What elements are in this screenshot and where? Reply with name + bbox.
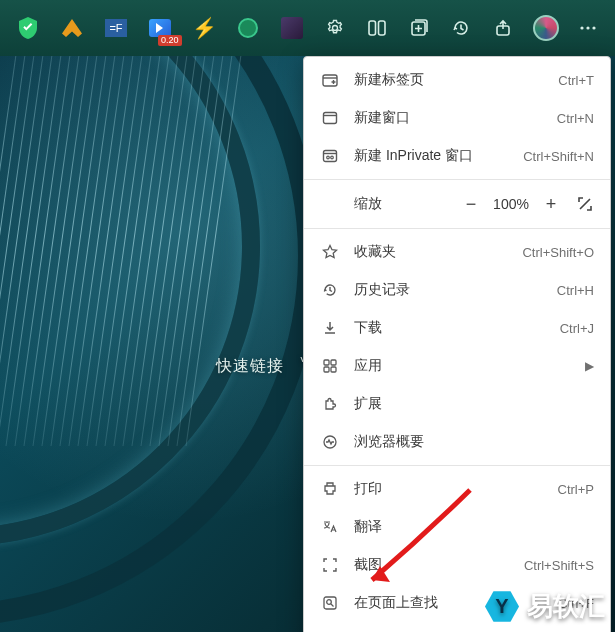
menu-item-accel: Ctrl+P [558,482,594,497]
zoom-percentage: 100% [488,196,534,212]
gear-outline-icon [325,18,345,38]
svg-rect-13 [324,360,329,365]
ext-fox-button[interactable] [50,6,94,50]
toolbar-settings-button[interactable] [314,6,356,50]
menu-screenshot[interactable]: 截图 Ctrl+Shift+S [304,546,610,584]
menu-separator [304,465,610,466]
svg-point-7 [592,26,595,29]
toolbar-history-button[interactable] [440,6,482,50]
menu-print[interactable]: 打印 Ctrl+P [304,470,610,508]
toolbar-more-button[interactable] [567,6,609,50]
clock-icon [318,282,342,298]
svg-rect-16 [331,367,336,372]
menu-translate[interactable]: 翻译 [304,508,610,546]
ext-play-button[interactable]: 0.20 [138,6,182,50]
menu-item-label: 新建标签页 [342,71,558,89]
zoom-out-button[interactable]: − [454,189,488,219]
shield-icon [17,17,39,39]
ext-avatar-button[interactable] [270,6,314,50]
play-badge: 0.20 [158,35,182,46]
svg-rect-15 [324,367,329,372]
menu-item-label: 浏览器概要 [342,433,594,451]
harp-artwork [0,56,320,632]
menu-item-label: 新建 InPrivate 窗口 [342,147,523,165]
watermark: Y 易软汇 [485,589,605,624]
menu-new-inprivate[interactable]: 新建 InPrivate 窗口 Ctrl+Shift+N [304,137,610,175]
menu-item-accel: Ctrl+Shift+O [522,245,594,260]
menu-item-label: 历史记录 [342,281,557,299]
download-icon [318,320,342,336]
find-icon [318,595,342,611]
screenshot-icon [318,557,342,573]
star-icon [318,244,342,260]
zoom-in-button[interactable]: + [534,189,568,219]
profile-avatar-icon [533,15,559,41]
menu-item-label: 应用 [342,357,585,375]
printer-icon [318,481,342,497]
menu-item-label: 下载 [342,319,560,337]
menu-item-label: 收藏夹 [342,243,522,261]
zoom-label: 缩放 [342,195,454,213]
watermark-text: 易软汇 [527,589,605,624]
svg-point-12 [331,156,334,159]
ext-green-button[interactable] [226,6,270,50]
fullscreen-icon [577,196,593,212]
watermark-logo-icon: Y [485,590,519,624]
ellipsis-icon [579,19,597,37]
menu-separator [304,179,610,180]
menu-zoom-row: 缩放 − 100% + [304,184,610,224]
ext-equals-button[interactable]: =F [94,6,138,50]
translate-icon [318,519,342,535]
collections-icon [409,18,429,38]
toolbar-share-button[interactable] [483,6,525,50]
menu-item-label: 截图 [342,556,524,574]
ext-shield-button[interactable] [6,6,50,50]
menu-browser-essentials[interactable]: 浏览器概要 [304,423,610,461]
svg-rect-1 [369,21,376,35]
fox-icon [62,19,82,37]
inprivate-icon [318,148,342,164]
ext-bolt-button[interactable]: ⚡ [182,6,226,50]
bolt-icon: ⚡ [192,16,217,40]
svg-rect-2 [379,21,386,35]
split-screen-icon [368,19,386,37]
menu-item-label: 翻译 [342,518,594,536]
menu-history[interactable]: 历史记录 Ctrl+H [304,271,610,309]
toolbar-sidebar-button[interactable] [356,6,398,50]
avatar-square-icon [281,17,303,39]
menu-apps[interactable]: 应用 ▶ [304,347,610,385]
menu-item-label: 打印 [342,480,558,498]
menu-item-label: 扩展 [342,395,594,413]
browser-toolbar: =F 0.20 ⚡ [0,0,615,56]
submenu-arrow-icon: ▶ [585,359,594,373]
toolbar-collections-button[interactable] [398,6,440,50]
svg-rect-9 [324,113,337,124]
menu-item-accel: Ctrl+T [558,73,594,88]
menu-new-tab[interactable]: 新建标签页 Ctrl+T [304,61,610,99]
menu-separator [304,228,610,229]
browser-main-menu: 新建标签页 Ctrl+T 新建窗口 Ctrl+N 新建 InPrivate 窗口… [303,56,611,632]
menu-extensions[interactable]: 扩展 [304,385,610,423]
menu-item-accel: Ctrl+J [560,321,594,336]
fullscreen-button[interactable] [568,189,602,219]
plus-icon: + [546,194,557,215]
menu-item-accel: Ctrl+H [557,283,594,298]
menu-new-window[interactable]: 新建窗口 Ctrl+N [304,99,610,137]
history-icon [451,18,471,38]
svg-point-19 [327,600,332,605]
quick-links-header[interactable]: 快速链接 ˅ [216,356,308,377]
svg-point-5 [580,26,583,29]
svg-rect-18 [324,597,336,609]
menu-item-accel: Ctrl+N [557,111,594,126]
equals-icon: =F [105,19,127,37]
svg-point-0 [333,26,338,31]
svg-point-11 [327,156,330,159]
menu-downloads[interactable]: 下载 Ctrl+J [304,309,610,347]
menu-item-accel: Ctrl+Shift+S [524,558,594,573]
toolbar-profile-button[interactable] [525,6,567,50]
extension-icons: =F 0.20 ⚡ [6,6,314,50]
menu-favorites[interactable]: 收藏夹 Ctrl+Shift+O [304,233,610,271]
share-icon [494,18,514,38]
pulse-icon [318,434,342,450]
new-tab-icon [318,72,342,88]
